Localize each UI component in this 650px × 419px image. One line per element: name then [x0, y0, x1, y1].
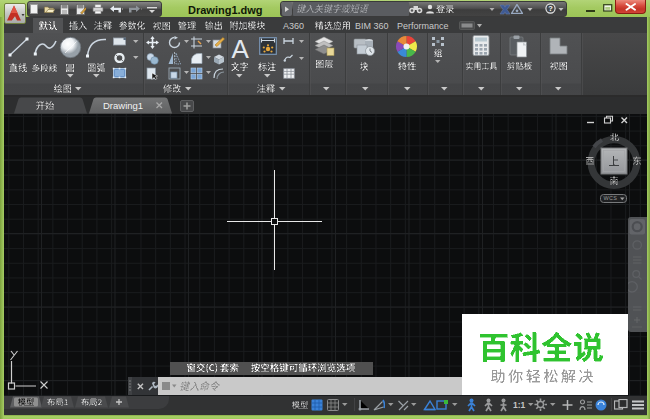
svg-text:?: ?	[548, 4, 553, 13]
